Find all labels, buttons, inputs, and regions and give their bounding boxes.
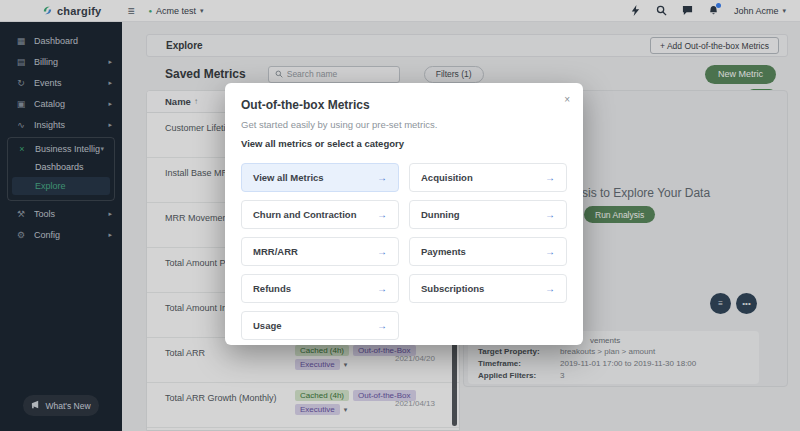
- category-usage[interactable]: Usage →: [241, 311, 399, 340]
- category-churn-and-contraction[interactable]: Churn and Contraction →: [241, 200, 399, 229]
- arrow-right-icon: →: [377, 209, 387, 220]
- arrow-right-icon: →: [545, 209, 555, 220]
- arrow-right-icon: →: [377, 246, 387, 257]
- modal-title: Out-of-the-box Metrics: [241, 98, 567, 112]
- category-view-all-metrics[interactable]: View all Metrics →: [241, 163, 399, 192]
- category-label: Acquisition: [421, 172, 473, 183]
- category-label: Payments: [421, 246, 466, 257]
- category-acquisition[interactable]: Acquisition →: [409, 163, 567, 192]
- category-grid: View all Metrics → Acquisition → Churn a…: [241, 163, 567, 340]
- arrow-right-icon: →: [377, 320, 387, 331]
- arrow-right-icon: →: [545, 172, 555, 183]
- arrow-right-icon: →: [545, 283, 555, 294]
- category-label: Usage: [253, 320, 282, 331]
- category-dunning[interactable]: Dunning →: [409, 200, 567, 229]
- category-refunds[interactable]: Refunds →: [241, 274, 399, 303]
- category-label: Refunds: [253, 283, 291, 294]
- category-label: Subscriptions: [421, 283, 484, 294]
- category-label: Dunning: [421, 209, 460, 220]
- close-icon[interactable]: ×: [564, 94, 570, 105]
- category-label: Churn and Contraction: [253, 209, 356, 220]
- modal-subtitle: Get started easily by using our pre-set …: [241, 119, 567, 130]
- arrow-right-icon: →: [377, 283, 387, 294]
- out-of-the-box-metrics-modal: × Out-of-the-box Metrics Get started eas…: [225, 83, 583, 345]
- app-window: chargify ≡ ● Acme test ▾ John Acme: [0, 0, 800, 431]
- category-label: View all Metrics: [253, 172, 324, 183]
- category-label: MRR/ARR: [253, 246, 298, 257]
- category-payments[interactable]: Payments →: [409, 237, 567, 266]
- modal-prompt: View all metrics or select a category: [241, 138, 567, 149]
- category-subscriptions[interactable]: Subscriptions →: [409, 274, 567, 303]
- category-mrr-arr[interactable]: MRR/ARR →: [241, 237, 399, 266]
- arrow-right-icon: →: [545, 246, 555, 257]
- arrow-right-icon: →: [377, 172, 387, 183]
